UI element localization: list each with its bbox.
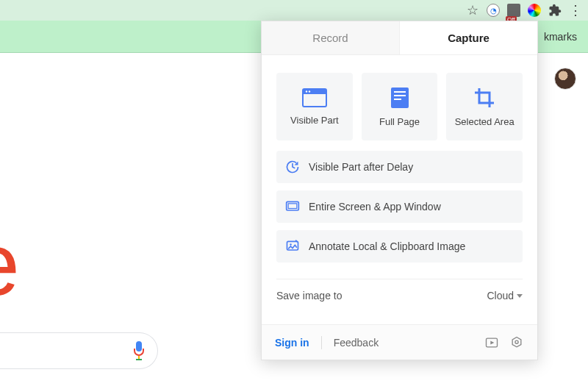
videos-icon[interactable] — [484, 335, 499, 350]
delay-icon — [285, 160, 300, 174]
settings-icon[interactable] — [509, 335, 524, 350]
save-dest-value: Cloud — [487, 290, 514, 301]
svg-point-11 — [290, 243, 292, 246]
svg-point-3 — [309, 90, 310, 92]
capture-card-row: Visible Part Full Page Selected Area — [262, 55, 537, 151]
entire-screen-button[interactable]: Entire Screen & App Window — [276, 190, 523, 223]
svg-point-2 — [306, 90, 307, 92]
screen-icon — [285, 199, 300, 214]
feedback-link[interactable]: Feedback — [334, 337, 379, 349]
image-icon — [285, 239, 300, 254]
save-dest-dropdown[interactable]: Cloud — [487, 290, 523, 301]
window-icon — [302, 88, 327, 107]
svg-rect-7 — [394, 99, 401, 100]
save-label: Save image to — [276, 290, 343, 301]
google-logo-fragment: e — [0, 213, 20, 315]
tab-record[interactable]: Record — [262, 21, 400, 54]
browser-toolbar: ☆ ◔ ⋮ — [0, 0, 588, 21]
full-page-button[interactable]: Full Page — [362, 73, 438, 140]
row-label: Annotate Local & Clipboard Image — [309, 240, 465, 252]
extension-popup: Record Capture Visible Part Full Page Se… — [261, 21, 538, 360]
card-label: Selected Area — [455, 116, 514, 127]
visible-after-delay-button[interactable]: Visible Part after Delay — [276, 151, 523, 183]
bookmarks-text: kmarks — [544, 31, 577, 43]
popup-tabs: Record Capture — [262, 21, 537, 55]
avatar[interactable] — [554, 68, 576, 90]
tab-capture[interactable]: Capture — [400, 21, 537, 54]
extension-icon-1[interactable]: ◔ — [487, 4, 500, 17]
capture-rows: Visible Part after Delay Entire Screen &… — [262, 151, 537, 263]
chevron-down-icon — [517, 294, 523, 298]
svg-rect-9 — [288, 204, 297, 209]
extension-icon-active[interactable] — [528, 4, 541, 17]
annotate-image-button[interactable]: Annotate Local & Clipboard Image — [276, 230, 523, 263]
voice-search-icon[interactable] — [132, 341, 146, 360]
search-input[interactable] — [0, 332, 158, 369]
save-destination-row: Save image to Cloud — [262, 279, 537, 301]
svg-point-13 — [515, 340, 518, 343]
star-icon[interactable]: ☆ — [466, 4, 479, 17]
row-label: Entire Screen & App Window — [309, 201, 441, 213]
card-label: Full Page — [379, 116, 420, 127]
row-label: Visible Part after Delay — [309, 161, 413, 173]
divider — [321, 336, 322, 349]
chrome-menu-icon[interactable]: ⋮ — [569, 4, 582, 17]
crop-icon — [473, 87, 495, 109]
signin-link[interactable]: Sign in — [275, 337, 309, 349]
svg-rect-5 — [394, 91, 406, 93]
visible-part-button[interactable]: Visible Part — [276, 73, 353, 140]
svg-rect-6 — [394, 95, 406, 96]
selected-area-button[interactable]: Selected Area — [446, 73, 523, 140]
card-label: Visible Part — [290, 115, 339, 126]
page-icon — [390, 87, 409, 109]
extension-icon-2[interactable] — [507, 4, 520, 17]
popup-footer: Sign in Feedback — [262, 324, 537, 360]
extensions-puzzle-icon[interactable] — [548, 4, 562, 17]
